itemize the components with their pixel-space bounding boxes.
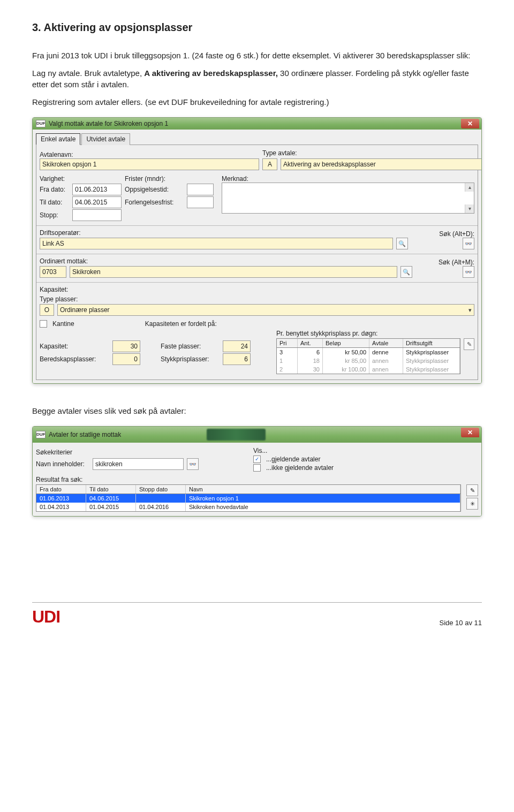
input-search-navn[interactable]: skikroken: [93, 458, 184, 470]
dialog-avtale: DUF Valgt mottak avtale for Skikroken op…: [32, 117, 482, 384]
label-resultat: Resultat fra søk:: [36, 476, 478, 483]
label-gjeldende: ...gjeldende avtaler: [266, 456, 320, 463]
label-kap-fordelt: Kapasiteten er fordelt på:: [145, 320, 217, 328]
textarea-merknad[interactable]: ▴ ▾: [222, 183, 474, 214]
select-typeplasser[interactable]: Ordinære plasser: [57, 304, 474, 316]
label-ordinart-mottak: Ordinært mottak:: [40, 257, 412, 265]
instruction-paragraph-2: Registrering som avtaler ellers. (se evt…: [32, 96, 482, 108]
row-tools-button[interactable]: ✳: [466, 498, 478, 510]
search-mottak-button[interactable]: 🔍: [400, 266, 412, 278]
input-avtalenavn[interactable]: Skikroken opsjon 1: [40, 158, 259, 170]
price-table: Pri Ant. Beløp Avtale Driftsutgift 3 6 k…: [276, 338, 460, 374]
checkbox-gjeldende[interactable]: ✓: [253, 456, 261, 463]
label-varighet: Varighet:: [40, 175, 122, 183]
binoculars-d-button[interactable]: 👓: [463, 238, 474, 249]
input-stopp[interactable]: [72, 209, 122, 221]
dialog-avtaler-liste: DUF Avtaler for statlige mottak ✕ Søkekr…: [32, 426, 482, 517]
section-heading: 3. Aktivering av opsjonsplasser: [32, 21, 482, 34]
select-type-avtale[interactable]: Aktivering av beredskapsplasser: [281, 158, 482, 170]
input-fra-dato[interactable]: 01.06.2013: [72, 184, 122, 195]
label-type-plasser: Type plasser:: [40, 295, 474, 303]
label-navn-inneholder: Navn inneholder:: [36, 460, 89, 468]
results-table: Fra dato Til dato Stopp dato Navn 01.06.…: [36, 484, 461, 512]
page-number: Side 10 av 11: [439, 619, 482, 627]
price-row: 2 30 kr 100,00 annen Stykkprisplasser: [277, 365, 460, 374]
label-pr-dogn: Pr. benyttet stykkprisplass pr. døgn:: [276, 330, 474, 337]
input-forlengelsesfrist[interactable]: [187, 196, 214, 208]
search-button[interactable]: 👓: [187, 458, 199, 470]
label-kapasitet-header: Kapasitet:: [40, 286, 474, 293]
blurred-text: [207, 429, 266, 441]
edit-price-button[interactable]: ✎: [464, 338, 474, 350]
scrollbar-down-icon[interactable]: ▾: [465, 204, 474, 213]
dialog-titlebar: DUF Avtaler for statlige mottak ✕: [33, 427, 481, 443]
scrollbar-up-icon[interactable]: ▴: [465, 183, 474, 192]
label-ikke-gjeldende: ...ikke gjeldende avtaler: [266, 464, 334, 472]
input-kapasitet[interactable]: 30: [112, 340, 140, 352]
input-mottak-name[interactable]: Skikroken: [70, 266, 397, 278]
caption-window2: Begge avtaler vises slik ved søk på avta…: [32, 405, 482, 416]
input-mottak-code[interactable]: 0703: [40, 266, 66, 278]
edit-row-button[interactable]: ✎: [466, 484, 478, 496]
tab-enkel-avtale[interactable]: Enkel avtale: [36, 133, 80, 145]
dialog-title: Valgt mottak avtale for Skikroken opsjon…: [49, 120, 168, 127]
close-button[interactable]: ✕: [461, 119, 479, 128]
price-row: 3 6 kr 50,00 denne Stykkprisplasser: [277, 348, 460, 356]
label-driftsoperator: Driftsoperatør:: [40, 229, 408, 237]
checkbox-kantine[interactable]: [40, 320, 47, 328]
label-sok-m: Søk (Alt+M):: [415, 259, 474, 266]
price-row: 1 18 kr 85,00 annen Stykkprisplasser: [277, 356, 460, 365]
dialog-title: Avtaler for statlige mottak: [49, 431, 121, 438]
binoculars-m-button[interactable]: 👓: [463, 266, 474, 278]
label-frister: Frister (mndr):: [125, 175, 218, 183]
label-avtalenavn: Avtalenavn:: [40, 151, 259, 158]
close-button[interactable]: ✕: [461, 428, 479, 437]
label-merknad: Merknad:: [222, 175, 474, 183]
tab-utvidet-avtale[interactable]: Utvidet avtale: [81, 133, 130, 145]
dialog-titlebar: DUF Valgt mottak avtale for Skikroken op…: [33, 118, 481, 130]
label-type-avtale: Type avtale:: [262, 149, 482, 157]
input-oppsigelsestid[interactable]: [187, 184, 214, 195]
checkbox-ikke-gjeldende[interactable]: [253, 464, 261, 472]
input-stykkprisplasser[interactable]: 6: [223, 353, 251, 365]
instruction-paragraph: Lag ny avtale. Bruk avtaletype, A aktive…: [32, 67, 482, 90]
label-vis: Vis...: [253, 447, 334, 454]
app-icon: DUF: [36, 431, 46, 438]
input-beredskapsplasser[interactable]: 0: [112, 353, 140, 365]
label-kantine: Kantine: [52, 320, 74, 328]
intro-paragraph: Fra juni 2013 tok UDI i bruk tilleggsops…: [32, 50, 482, 61]
label-sok-d: Søk (Alt+D):: [411, 230, 474, 238]
label-sokekriterier: Søkekriterier: [36, 449, 250, 456]
input-driftsoperator[interactable]: Link AS: [40, 238, 393, 249]
result-row[interactable]: 01.04.2013 01.04.2015 01.04.2016 Skikrok…: [36, 503, 460, 511]
input-til-dato[interactable]: 04.06.2015: [72, 196, 122, 208]
input-type-code[interactable]: A: [262, 158, 277, 170]
search-driftsoperator-button[interactable]: 🔍: [396, 238, 408, 249]
input-typeplasser-code[interactable]: O: [40, 304, 54, 316]
input-faste-plasser[interactable]: 24: [223, 340, 251, 352]
udi-logo: UDI: [32, 607, 60, 627]
result-row[interactable]: 01.06.2013 04.06.2015 Skikroken opsjon 1: [36, 494, 460, 503]
app-icon: DUF: [36, 120, 46, 127]
